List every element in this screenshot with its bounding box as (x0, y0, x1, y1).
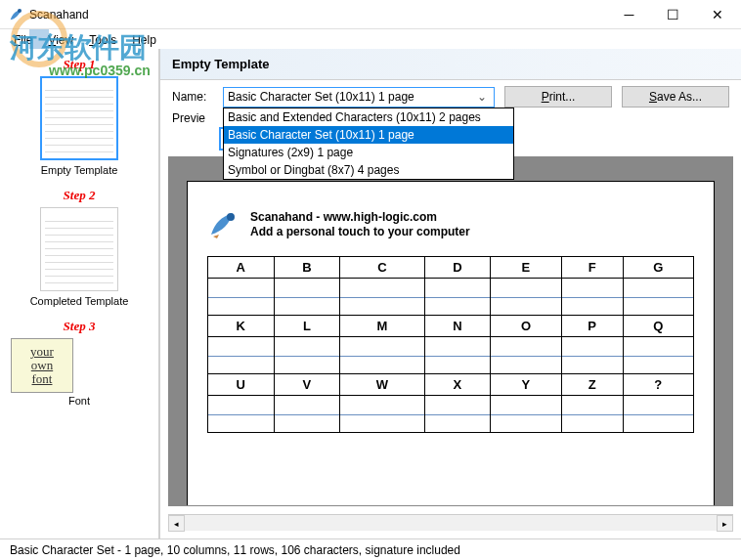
titlebar-title: Scanahand (29, 8, 607, 22)
step2-item[interactable]: Step 2 Completed Template (11, 188, 148, 307)
step1-label: Empty Template (11, 164, 148, 176)
table-row: KLMNOPQ (208, 316, 694, 337)
step2-label: Completed Template (11, 295, 148, 307)
save-as-button[interactable]: Save As... (622, 86, 729, 108)
maximize-button[interactable]: ☐ (651, 0, 695, 28)
table-row (208, 396, 694, 433)
minimize-button[interactable]: ─ (607, 0, 651, 28)
preview-scroll[interactable]: Scanahand - www.high-logic.com Add a per… (169, 157, 732, 505)
step2-thumbnail (40, 207, 118, 291)
preview-label: Previe (172, 111, 205, 125)
name-label: Name: (172, 90, 217, 104)
step3-thumbnail: your own font (11, 338, 73, 393)
close-button[interactable]: ✕ (695, 0, 739, 28)
menu-file[interactable]: File (6, 31, 40, 47)
step3-item[interactable]: Step 3 your own font Font (11, 319, 148, 407)
dropdown-list: Basic and Extended Characters (10x11) 2 … (223, 108, 514, 180)
menu-tools[interactable]: Tools (81, 31, 124, 47)
dropdown-option-3[interactable]: Symbol or Dingbat (8x7) 4 pages (224, 161, 513, 179)
horizontal-scrollbar[interactable]: ◂ ▸ (168, 514, 733, 531)
svg-point-3 (227, 213, 235, 221)
template-title: Scanahand - www.high-logic.com Add a per… (250, 210, 470, 239)
step1-item[interactable]: Step 1 Empty Template (11, 57, 148, 176)
dropdown-option-1[interactable]: Basic Character Set (10x11) 1 page (224, 126, 513, 144)
preview-area: Scanahand - www.high-logic.com Add a per… (168, 156, 733, 506)
print-button[interactable]: Print... (504, 86, 612, 108)
table-row (208, 279, 694, 316)
step1-thumbnail (40, 76, 118, 160)
menu-view[interactable]: View (40, 31, 81, 47)
panel-header: Empty Template (160, 49, 741, 80)
name-dropdown-value: Basic Character Set (10x11) 1 page (228, 90, 414, 104)
svg-point-0 (18, 9, 22, 13)
dropdown-option-0[interactable]: Basic and Extended Characters (10x11) 2 … (224, 108, 513, 126)
titlebar: Scanahand ─ ☐ ✕ (0, 0, 741, 29)
dropdown-option-2[interactable]: Signatures (2x9) 1 page (224, 144, 513, 161)
scroll-left-icon[interactable]: ◂ (168, 515, 185, 532)
menubar: File View Tools Help (0, 29, 741, 49)
sidebar: Step 1 Empty Template Step 2 Completed T… (0, 49, 159, 538)
step3-title: Step 3 (11, 319, 148, 334)
template-page: Scanahand - www.high-logic.com Add a per… (187, 181, 715, 505)
statusbar: Basic Character Set - 1 page, 10 columns… (0, 538, 741, 560)
scroll-right-icon[interactable]: ▸ (717, 515, 733, 532)
table-row: ABCDEFG (208, 257, 694, 279)
char-grid: ABCDEFG KLMNOPQ UVWXYZ? (207, 256, 694, 433)
scanahand-logo-icon (207, 209, 239, 240)
app-icon (8, 7, 23, 22)
step1-title: Step 1 (11, 57, 148, 72)
menu-help[interactable]: Help (124, 31, 164, 47)
name-dropdown[interactable]: Basic Character Set (10x11) 1 page ⌄ Bas… (223, 87, 495, 108)
step2-title: Step 2 (11, 188, 148, 203)
table-row: UVWXYZ? (208, 374, 694, 396)
table-row (208, 337, 694, 374)
step3-label: Font (11, 395, 148, 407)
chevron-down-icon: ⌄ (474, 88, 490, 106)
